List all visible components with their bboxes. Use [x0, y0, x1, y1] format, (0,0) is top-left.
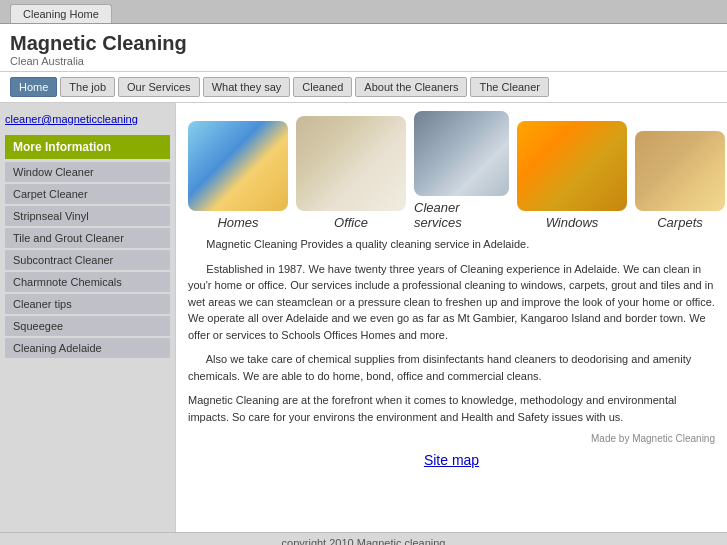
sidebar-item-tile-grout[interactable]: Tile and Grout Cleaner: [5, 228, 170, 248]
made-by: Made by Magnetic Cleaning: [188, 433, 715, 444]
sidebar-more-info: More Information: [5, 135, 170, 159]
windows-label: Windows: [546, 215, 599, 230]
nav-the-cleaner-button[interactable]: The Cleaner: [470, 77, 549, 97]
nav-home-button[interactable]: Home: [10, 77, 57, 97]
footer: copyright 2010 Magnetic cleaning: [0, 532, 727, 545]
site-title: Magnetic Cleaning: [10, 32, 717, 55]
cleaner-services-label: Cleaner services: [414, 200, 509, 230]
site-subtitle: Clean Australia: [10, 55, 717, 67]
site-map-link[interactable]: Site map: [424, 452, 479, 468]
main-content: Homes Office Cleaner services Windows Ca…: [175, 103, 727, 532]
content-paragraph3: Also we take care of chemical supplies f…: [188, 351, 715, 384]
office-label: Office: [334, 215, 368, 230]
cleaner-services-image: [414, 111, 509, 196]
windows-image: [517, 121, 627, 211]
office-image-container: Office: [296, 116, 406, 230]
nav-our-services-button[interactable]: Our Services: [118, 77, 200, 97]
copyright-text: copyright 2010 Magnetic cleaning: [282, 537, 446, 545]
content-paragraph1: Magnetic Cleaning Provides a quality cle…: [188, 236, 715, 253]
tab-bar: Cleaning Home: [0, 0, 727, 24]
sidebar-item-stripnseal[interactable]: Stripnseal Vinyl: [5, 206, 170, 226]
homes-image: [188, 121, 288, 211]
sidebar-item-window-cleaner[interactable]: Window Cleaner: [5, 162, 170, 182]
carpets-label: Carpets: [657, 215, 703, 230]
nav-what-they-say-button[interactable]: What they say: [203, 77, 291, 97]
sidebar-item-charmnote[interactable]: Charmnote Chemicals: [5, 272, 170, 292]
cleaning-home-tab[interactable]: Cleaning Home: [10, 4, 112, 23]
windows-image-container: Windows: [517, 121, 627, 230]
homes-image-container: Homes: [188, 121, 288, 230]
sidebar-item-cleaner-tips[interactable]: Cleaner tips: [5, 294, 170, 314]
cleaner-services-image-container: Cleaner services: [414, 111, 509, 230]
sidebar-item-squeegee[interactable]: Squeegee: [5, 316, 170, 336]
homes-label: Homes: [217, 215, 258, 230]
carpets-image: [635, 131, 725, 211]
header: Magnetic Cleaning Clean Australia: [0, 24, 727, 72]
carpets-image-container: Carpets: [635, 131, 725, 230]
office-image: [296, 116, 406, 211]
content-paragraph2: Established in 1987. We have twenty thre…: [188, 261, 715, 344]
sidebar: cleaner@magneticcleaning More Informatio…: [0, 103, 175, 532]
content-area: cleaner@magneticcleaning More Informatio…: [0, 103, 727, 532]
nav-the-job-button[interactable]: The job: [60, 77, 115, 97]
nav-about-cleaners-button[interactable]: About the Cleaners: [355, 77, 467, 97]
site-map-container: Site map: [188, 452, 715, 468]
nav-cleaned-button[interactable]: Cleaned: [293, 77, 352, 97]
nav-bar: Home The job Our Services What they say …: [0, 72, 727, 103]
content-paragraph4: Magnetic Cleaning are at the forefront w…: [188, 392, 715, 425]
email-link[interactable]: cleaner@magneticcleaning: [5, 108, 170, 135]
sidebar-item-cleaning-adelaide[interactable]: Cleaning Adelaide: [5, 338, 170, 358]
sidebar-item-subcontract[interactable]: Subcontract Cleaner: [5, 250, 170, 270]
image-row: Homes Office Cleaner services Windows Ca…: [188, 111, 715, 230]
sidebar-item-carpet-cleaner[interactable]: Carpet Cleaner: [5, 184, 170, 204]
